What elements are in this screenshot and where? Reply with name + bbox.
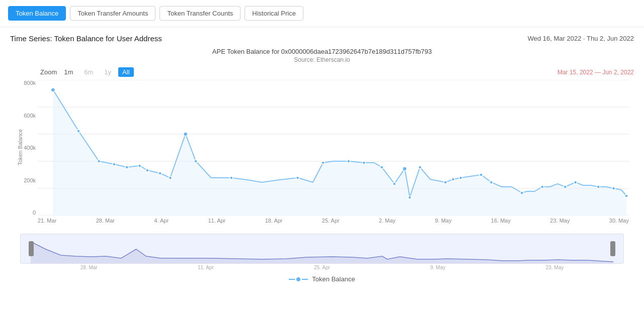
svg-point-24 bbox=[393, 182, 396, 185]
main-chart: Token Balance 800k 600k 400k 200k 0 bbox=[10, 80, 634, 231]
svg-point-32 bbox=[490, 181, 493, 184]
svg-point-39 bbox=[625, 194, 628, 197]
x-label-2may: 2. May bbox=[379, 218, 395, 224]
svg-point-33 bbox=[520, 191, 523, 194]
x-label-11apr: 11. Apr bbox=[208, 218, 225, 224]
y-label-400k: 400k bbox=[24, 145, 36, 151]
navigator-labels: 28. Mar 11. Apr 25. Apr 9. May 23. May bbox=[20, 264, 624, 270]
svg-point-20 bbox=[321, 161, 325, 164]
svg-point-27 bbox=[419, 166, 422, 169]
x-label-28mar: 28. Mar bbox=[96, 218, 115, 224]
chart-date-range: Mar 15, 2022 — Jun 2, 2022 bbox=[557, 69, 634, 76]
chart-legend: Token Balance bbox=[10, 270, 634, 285]
y-label-200k: 200k bbox=[24, 177, 36, 183]
svg-point-15 bbox=[169, 176, 172, 179]
nav-label-11apr: 11. Apr bbox=[198, 265, 214, 270]
svg-point-31 bbox=[479, 173, 482, 176]
chart-source: Source: Etherscan.io bbox=[10, 56, 634, 63]
svg-point-8 bbox=[77, 130, 80, 133]
x-label-21mar: 21. Mar bbox=[38, 218, 56, 224]
x-label-16may: 16. May bbox=[491, 218, 511, 224]
subtitle-row: Time Series: Token Balance for User Addr… bbox=[0, 27, 644, 46]
x-label-23may: 23. May bbox=[550, 218, 570, 224]
svg-point-12 bbox=[138, 164, 141, 167]
svg-point-25 bbox=[403, 167, 407, 171]
svg-point-36 bbox=[574, 181, 577, 184]
tab-bar: Token Balance Token Transfer Amounts Tok… bbox=[0, 0, 644, 27]
zoom-6m[interactable]: 6m bbox=[80, 67, 97, 77]
svg-marker-6 bbox=[53, 90, 626, 216]
legend-label: Token Balance bbox=[312, 275, 355, 283]
svg-point-29 bbox=[452, 178, 455, 181]
svg-point-13 bbox=[146, 169, 149, 172]
zoom-all[interactable]: All bbox=[118, 67, 133, 77]
svg-point-22 bbox=[362, 161, 365, 164]
y-axis: 800k 600k 400k 200k 0 bbox=[15, 80, 38, 216]
svg-point-17 bbox=[194, 160, 197, 163]
nav-label-9may: 9. May bbox=[430, 265, 445, 270]
x-label-30may: 30. May bbox=[609, 218, 629, 224]
nav-label-23may: 23. May bbox=[546, 265, 564, 270]
y-label-600k: 600k bbox=[24, 113, 36, 119]
legend-line-icon bbox=[289, 277, 308, 281]
navigator-handle-right[interactable] bbox=[610, 241, 615, 256]
chart-controls: Zoom 1m 6m 1y All Mar 15, 2022 — Jun 2, … bbox=[10, 67, 634, 80]
svg-point-7 bbox=[51, 88, 55, 92]
tab-token-transfer-amounts[interactable]: Token Transfer Amounts bbox=[70, 6, 155, 21]
nav-label-28mar: 28. Mar bbox=[80, 265, 98, 270]
chart-container: APE Token Balance for 0x0000006daea17239… bbox=[0, 46, 644, 285]
svg-point-35 bbox=[564, 185, 567, 188]
svg-point-26 bbox=[408, 196, 411, 199]
x-axis: 21. Mar 28. Mar 4. Apr 11. Apr 18. Apr 2… bbox=[38, 216, 629, 231]
x-label-18apr: 18. Apr bbox=[265, 218, 283, 224]
x-label-4apr: 4. Apr bbox=[154, 218, 169, 224]
svg-point-21 bbox=[347, 160, 350, 163]
chart-svg-area bbox=[38, 80, 629, 216]
tab-token-balance[interactable]: Token Balance bbox=[8, 6, 66, 21]
page-title: Time Series: Token Balance for User Addr… bbox=[10, 34, 162, 43]
svg-point-9 bbox=[98, 160, 101, 163]
navigator: 28. Mar 11. Apr 25. Apr 9. May 23. May bbox=[20, 234, 624, 270]
x-label-25apr: 25. Apr bbox=[322, 218, 340, 224]
navigator-svg bbox=[21, 234, 623, 264]
tab-token-transfer-counts[interactable]: Token Transfer Counts bbox=[159, 6, 240, 21]
x-label-9may: 9. May bbox=[435, 218, 451, 224]
chart-title: APE Token Balance for 0x0000006daea17239… bbox=[10, 48, 634, 55]
y-label-0: 0 bbox=[33, 209, 36, 216]
chart-svg bbox=[38, 80, 629, 216]
nav-label-25apr: 25. Apr bbox=[314, 265, 330, 270]
svg-point-23 bbox=[380, 166, 383, 169]
svg-point-28 bbox=[444, 181, 447, 184]
zoom-controls: Zoom 1m 6m 1y All bbox=[40, 67, 134, 77]
y-label-800k: 800k bbox=[24, 80, 36, 86]
svg-point-30 bbox=[459, 176, 462, 179]
date-range-header: Wed 16, Mar 2022 · Thu 2, Jun 2022 bbox=[528, 35, 634, 42]
navigator-handle-left[interactable] bbox=[29, 241, 34, 256]
tab-historical-price[interactable]: Historical Price bbox=[245, 6, 303, 21]
svg-point-34 bbox=[541, 185, 544, 188]
svg-point-14 bbox=[158, 172, 162, 175]
svg-point-16 bbox=[184, 132, 188, 136]
zoom-1y[interactable]: 1y bbox=[100, 67, 115, 77]
svg-point-19 bbox=[296, 176, 299, 179]
svg-point-10 bbox=[113, 163, 116, 166]
zoom-label: Zoom bbox=[40, 68, 57, 76]
svg-point-11 bbox=[125, 166, 128, 169]
svg-point-38 bbox=[612, 187, 615, 190]
zoom-1m[interactable]: 1m bbox=[60, 67, 77, 77]
svg-point-18 bbox=[230, 176, 233, 179]
svg-point-37 bbox=[597, 185, 600, 188]
